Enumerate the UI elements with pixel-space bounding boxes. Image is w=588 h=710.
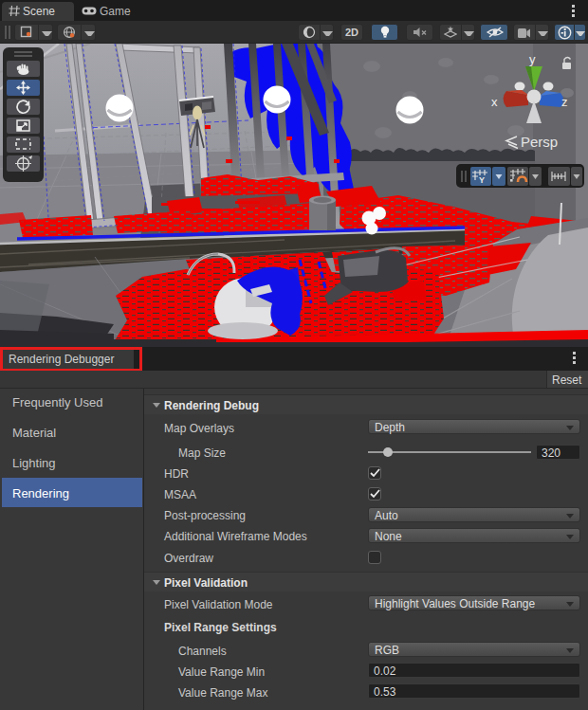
svg-text:x: x: [491, 95, 498, 109]
svg-text:z: z: [561, 95, 568, 109]
svg-text:Y: Y: [479, 175, 485, 185]
svg-text:y: y: [529, 52, 536, 66]
svg-text:Persp: Persp: [521, 134, 558, 150]
